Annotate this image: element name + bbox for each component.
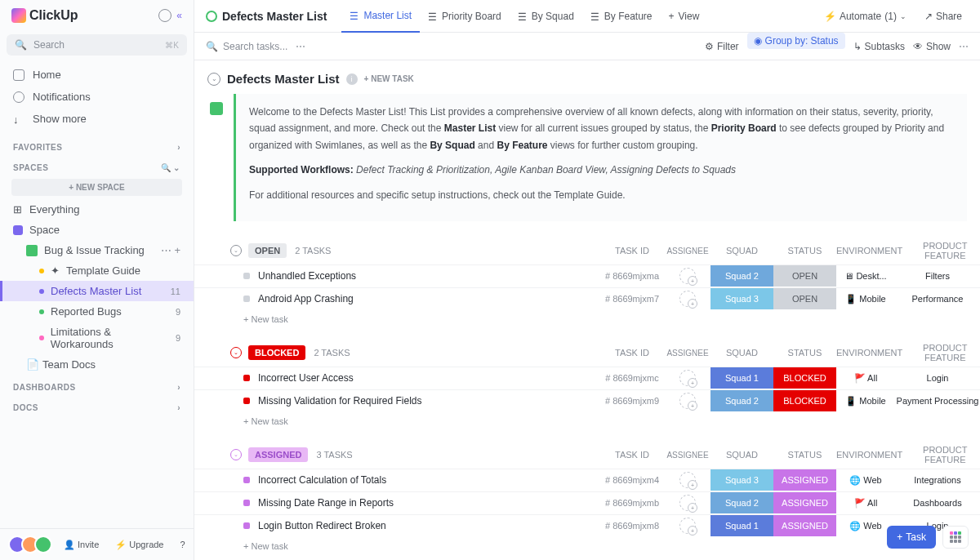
squad-cell[interactable]: Squad 3 <box>710 469 773 491</box>
logo[interactable]: ClickUp <box>11 8 78 23</box>
group-by-button[interactable]: ◉ Group by: Status <box>747 33 845 49</box>
assignee-cell[interactable] <box>665 495 710 511</box>
col-feature[interactable]: PRODUCT FEATURE <box>902 445 980 464</box>
col-feature[interactable]: PRODUCT FEATURE <box>902 343 980 362</box>
dashboards-section[interactable]: DASHBOARDS› <box>0 375 194 395</box>
sidebar-search[interactable]: 🔍 Search ⌘K <box>7 34 187 56</box>
view-tab[interactable]: ☰ Master List <box>341 0 420 33</box>
task-row[interactable]: Missing Date Range in Reports # 8669mjxm… <box>194 491 980 514</box>
nav-notifications[interactable]: Notifications <box>0 86 194 108</box>
view-tab[interactable]: ☰ By Squad <box>510 0 582 33</box>
task-row[interactable]: Incorrect User Access # 8669mjxmc Squad … <box>194 367 980 389</box>
share-button[interactable]: ↗ Share <box>918 7 969 25</box>
automate-button[interactable]: ⚡ Automate (1) ⌄ <box>817 7 913 25</box>
feature-cell[interactable]: Login <box>895 373 980 383</box>
feature-cell[interactable]: Dashboards <box>895 498 980 508</box>
col-status[interactable]: STATUS <box>773 348 836 358</box>
new-task-row[interactable]: + New task <box>194 412 980 430</box>
squad-cell[interactable]: Squad 1 <box>710 367 773 389</box>
view-tab[interactable]: ☰ By Feature <box>582 0 661 33</box>
new-task-button[interactable]: + NEW TASK <box>364 74 414 83</box>
tree-folder[interactable]: Bug & Issue Tracking⋯ + <box>0 240 194 260</box>
col-assignee[interactable]: ASSIGNEE <box>665 247 710 256</box>
new-space-button[interactable]: + NEW SPACE <box>11 179 182 196</box>
status-cell[interactable]: ASSIGNED <box>773 492 836 513</box>
collapse-sidebar-icon[interactable]: « <box>176 10 182 21</box>
status-cell[interactable]: BLOCKED <box>773 390 836 411</box>
col-squad[interactable]: SQUAD <box>710 246 773 256</box>
env-cell[interactable]: 🌐 Web <box>836 521 895 531</box>
task-search[interactable]: 🔍Search tasks... <box>206 41 287 52</box>
task-row[interactable]: Incorrect Calculation of Totals # 8669mj… <box>194 469 980 491</box>
feature-cell[interactable]: Performance <box>895 294 980 304</box>
assignee-cell[interactable] <box>665 268 710 284</box>
new-task-row[interactable]: + New task <box>194 537 980 555</box>
status-cell[interactable]: BLOCKED <box>773 367 836 389</box>
tree-team-docs[interactable]: 📄Team Docs <box>0 354 194 375</box>
more-options-icon[interactable]: ⋯ <box>959 41 969 52</box>
feature-cell[interactable]: Filters <box>895 271 980 281</box>
filter-button[interactable]: ⚙ Filter <box>705 41 739 52</box>
task-row[interactable]: Login Button Redirect Broken # 8669mjxm8… <box>194 514 980 537</box>
new-task-fab[interactable]: + Task <box>887 526 936 549</box>
squad-cell[interactable]: Squad 1 <box>710 515 773 536</box>
col-assignee[interactable]: ASSIGNEE <box>665 451 710 460</box>
status-cell[interactable]: OPEN <box>773 288 836 309</box>
col-task-id[interactable]: TASK ID <box>599 348 665 358</box>
col-feature[interactable]: PRODUCT FEATURE <box>902 241 980 260</box>
docs-section[interactable]: DOCS› <box>0 395 194 416</box>
col-env[interactable]: ENVIRONMENT <box>836 348 902 358</box>
subtasks-button[interactable]: ↳ Subtasks <box>853 41 905 52</box>
col-task-id[interactable]: TASK ID <box>599 450 665 460</box>
env-cell[interactable]: 📱 Mobile <box>836 294 895 304</box>
env-cell[interactable]: 🌐 Web <box>836 475 895 486</box>
list-status-icon[interactable] <box>206 11 217 22</box>
assignee-cell[interactable] <box>665 393 710 409</box>
tree-list-item[interactable]: ✦Template Guide <box>0 260 194 281</box>
env-cell[interactable]: 📱 Mobile <box>836 396 895 407</box>
help-button[interactable]: ? <box>176 536 190 553</box>
task-row[interactable]: Android App Crashing # 8669mjxm7 Squad 3… <box>194 287 980 310</box>
view-tab[interactable]: + View <box>661 0 708 33</box>
col-env[interactable]: ENVIRONMENT <box>836 246 902 256</box>
view-tab[interactable]: ☰ Priority Board <box>420 0 510 33</box>
status-cell[interactable]: ASSIGNED <box>773 515 836 536</box>
tree-list-item[interactable]: Limitations & Workarounds9 <box>0 322 194 354</box>
upgrade-button[interactable]: ⚡ Upgrade <box>110 536 168 553</box>
col-status[interactable]: STATUS <box>773 246 836 256</box>
assignee-cell[interactable] <box>665 370 710 386</box>
more-icon[interactable]: ⋯ <box>296 41 305 52</box>
spaces-section[interactable]: SPACES🔍 ⌄ <box>0 155 194 176</box>
spaces-actions[interactable]: 🔍 ⌄ <box>161 163 180 172</box>
nav-home[interactable]: Home <box>0 64 194 86</box>
tree-list-item[interactable]: Reported Bugs9 <box>0 301 194 322</box>
assignee-cell[interactable] <box>665 518 710 534</box>
status-cell[interactable]: OPEN <box>773 265 836 287</box>
tree-everything[interactable]: ⊞Everything <box>0 199 194 220</box>
tree-space[interactable]: Space <box>0 220 194 240</box>
col-status[interactable]: STATUS <box>773 450 836 460</box>
status-cell[interactable]: ASSIGNED <box>773 469 836 491</box>
info-icon[interactable]: i <box>346 73 358 85</box>
col-assignee[interactable]: ASSIGNEE <box>665 349 710 358</box>
folder-actions[interactable]: ⋯ + <box>161 244 180 256</box>
favorites-section[interactable]: FAVORITES› <box>0 135 194 155</box>
assignee-cell[interactable] <box>665 291 710 307</box>
col-squad[interactable]: SQUAD <box>710 450 773 460</box>
squad-cell[interactable]: Squad 2 <box>710 390 773 411</box>
feature-cell[interactable]: Payment Processing <box>895 396 980 406</box>
col-task-id[interactable]: TASK ID <box>599 246 665 256</box>
task-row[interactable]: Unhandled Exceptions # 8669mjxma Squad 2… <box>194 264 980 287</box>
squad-cell[interactable]: Squad 2 <box>710 265 773 287</box>
new-task-row[interactable]: + New task <box>194 310 980 328</box>
show-button[interactable]: 👁 Show <box>913 41 951 52</box>
env-cell[interactable]: 🖥 Deskt... <box>836 271 895 281</box>
member-avatars[interactable] <box>8 536 52 553</box>
col-squad[interactable]: SQUAD <box>710 348 773 358</box>
squad-cell[interactable]: Squad 2 <box>710 492 773 513</box>
col-env[interactable]: ENVIRONMENT <box>836 450 902 460</box>
feature-cell[interactable]: Integrations <box>895 475 980 485</box>
settings-icon[interactable] <box>158 9 172 22</box>
group-toggle[interactable]: ⌄ASSIGNED3 TASKS <box>230 447 353 462</box>
env-cell[interactable]: 🚩 All <box>836 498 895 509</box>
